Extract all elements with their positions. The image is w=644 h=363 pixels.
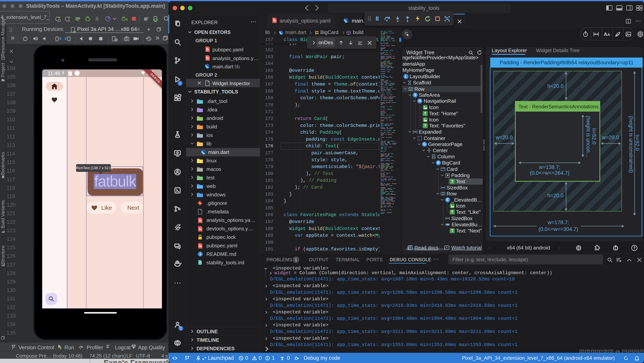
svg-text:Text: Text bbox=[446, 224, 449, 225]
svg-text:A: A bbox=[68, 19, 70, 23]
